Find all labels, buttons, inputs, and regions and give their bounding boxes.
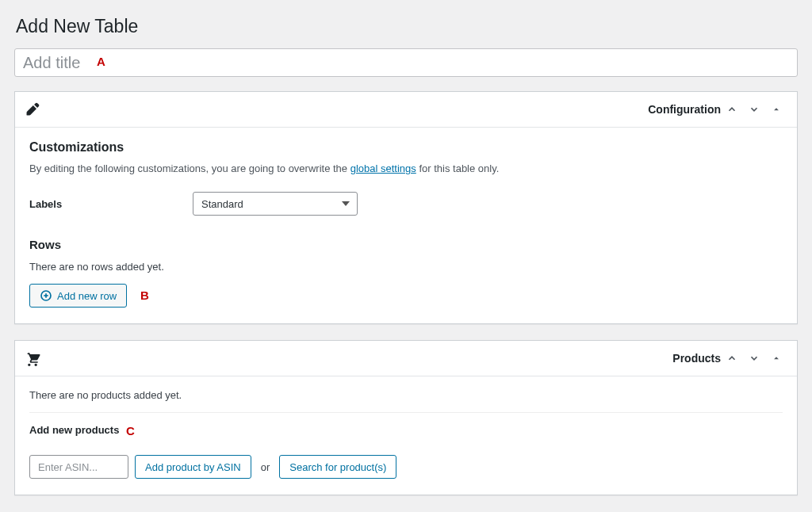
configuration-panel-body: Customizations By editing the following … xyxy=(15,128,797,323)
customizations-desc-before: By editing the following customizations,… xyxy=(29,162,350,174)
labels-select[interactable]: Standard xyxy=(193,192,358,216)
add-by-asin-button[interactable]: Add product by ASIN xyxy=(135,455,251,479)
search-products-button-label: Search for product(s) xyxy=(289,461,386,473)
add-products-label: Add new products xyxy=(29,424,119,436)
add-by-asin-button-label: Add product by ASIN xyxy=(145,461,241,473)
labels-label: Labels xyxy=(29,198,193,210)
plug-icon xyxy=(25,101,40,117)
cart-icon xyxy=(25,350,40,366)
customizations-description: By editing the following customizations,… xyxy=(29,162,783,174)
move-down-button[interactable] xyxy=(743,100,765,119)
move-up-button[interactable] xyxy=(721,100,743,119)
search-products-button[interactable]: Search for product(s) xyxy=(279,455,396,479)
rows-heading: Rows xyxy=(29,238,783,251)
products-panel-header: Products xyxy=(15,341,797,376)
page-title: Add New Table xyxy=(14,14,798,37)
global-settings-link[interactable]: global settings xyxy=(350,162,416,174)
annotation-b: B xyxy=(140,288,149,302)
plus-circle-icon xyxy=(40,289,52,302)
labels-field-row: Labels Standard xyxy=(29,192,783,216)
annotation-c: C xyxy=(126,424,135,437)
customizations-heading: Customizations xyxy=(29,140,783,155)
add-products-row: Add product by ASIN or Search for produc… xyxy=(29,455,783,479)
collapse-toggle-button[interactable] xyxy=(765,100,787,119)
configuration-panel-header: Configuration xyxy=(15,92,797,128)
rows-empty-text: There are no rows added yet. xyxy=(29,261,783,273)
collapse-toggle-button[interactable] xyxy=(765,349,787,368)
add-row-button[interactable]: Add new row xyxy=(29,284,127,308)
or-text: or xyxy=(258,461,274,473)
configuration-panel: Configuration Customizations By editing … xyxy=(14,91,798,324)
add-row-button-label: Add new row xyxy=(57,290,117,302)
products-panel-title: Products xyxy=(672,352,721,365)
move-up-button[interactable] xyxy=(721,349,743,368)
products-empty-text: There are no products added yet. xyxy=(29,389,783,401)
move-down-button[interactable] xyxy=(743,349,765,368)
title-input[interactable] xyxy=(14,48,798,77)
divider xyxy=(29,412,783,413)
configuration-panel-title: Configuration xyxy=(648,103,721,116)
products-panel: Products There are no products added yet… xyxy=(14,340,798,495)
customizations-desc-after: for this table only. xyxy=(416,162,500,174)
asin-input[interactable] xyxy=(29,455,128,479)
products-panel-body: There are no products added yet. Add new… xyxy=(15,376,797,495)
